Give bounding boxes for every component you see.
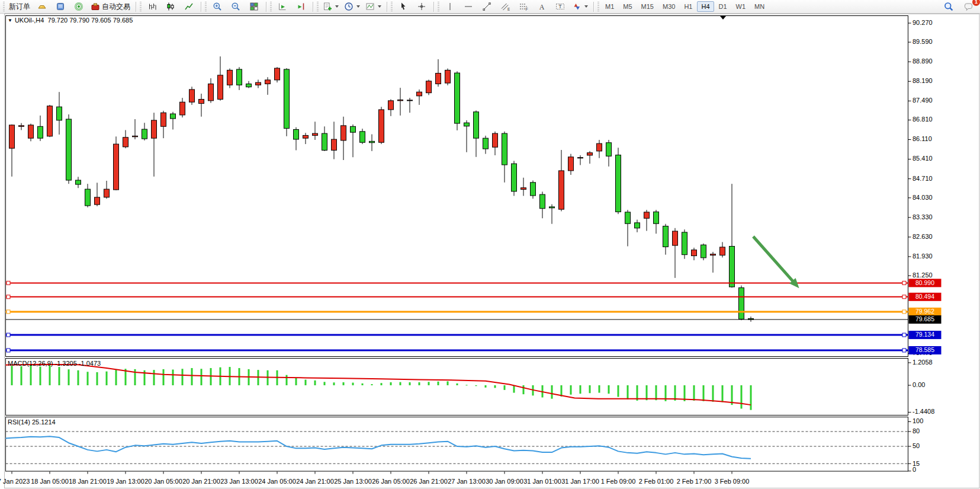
macd-bar <box>551 385 553 399</box>
svg-text:26 Jan 05:00: 26 Jan 05:00 <box>372 478 410 485</box>
candle-body <box>19 126 24 126</box>
candle-body <box>313 133 318 135</box>
candle-body <box>521 188 526 190</box>
macd-bar <box>333 382 335 385</box>
macd-bar <box>428 382 430 385</box>
svg-text:25 Jan 13:00: 25 Jan 13:00 <box>334 478 372 485</box>
svg-text:79.962: 79.962 <box>915 308 934 315</box>
macd-bar <box>457 383 458 385</box>
candle-body <box>407 100 413 101</box>
candle-body <box>322 133 327 150</box>
macd-bar <box>419 382 420 385</box>
hline-handle <box>902 333 906 337</box>
svg-text:80.990: 80.990 <box>915 279 934 286</box>
candle-body <box>66 119 72 180</box>
candle-body <box>512 164 517 191</box>
svg-text:81.930: 81.930 <box>912 253 933 260</box>
svg-text:80: 80 <box>912 427 920 434</box>
candle-body <box>388 101 394 110</box>
macd-bar <box>172 369 174 385</box>
candle-body <box>445 70 451 83</box>
macd-bar <box>674 385 676 401</box>
svg-text:20 Jan 21:00: 20 Jan 21:00 <box>182 478 220 485</box>
macd-bar <box>371 384 373 385</box>
candle-body <box>351 126 356 132</box>
candle-body <box>426 81 432 93</box>
candle-body <box>152 120 157 138</box>
rsi-panel <box>6 417 908 472</box>
svg-text:80.494: 80.494 <box>915 293 934 300</box>
macd-bar <box>589 385 591 393</box>
candle-body <box>654 212 659 223</box>
macd-bar <box>409 382 411 385</box>
candle-body <box>663 226 669 247</box>
macd-bar <box>286 375 288 385</box>
candle-body <box>682 232 687 255</box>
macd-bar <box>59 367 60 385</box>
macd-bar <box>106 372 108 385</box>
candle-body <box>559 171 564 209</box>
svg-text:18 Jan 05:00: 18 Jan 05:00 <box>31 478 69 485</box>
macd-bar <box>78 370 79 385</box>
candle-body <box>436 73 441 84</box>
candle-body <box>189 90 195 102</box>
macd-bar <box>485 385 487 388</box>
macd-bar <box>599 385 600 393</box>
candle-body <box>616 155 621 212</box>
candle-body <box>57 107 62 120</box>
macd-panel <box>6 359 908 416</box>
candle-body <box>256 82 261 85</box>
macd-bar <box>693 385 695 401</box>
macd-bar <box>608 385 610 394</box>
macd-bar <box>11 366 13 385</box>
hline-handle <box>902 310 906 314</box>
macd-bar <box>68 369 70 385</box>
macd-bar <box>390 382 392 385</box>
mt4-window: 新订单自动交易EFATM1M5M15M30H1H4D1W1MN1 90.2708… <box>0 0 980 489</box>
hline-handle <box>7 310 10 314</box>
svg-text:88.890: 88.890 <box>912 57 933 65</box>
macd-indicator-label: MACD(12,26,9) -1.3205 -1.0473 <box>8 360 101 367</box>
svg-text:27 Jan 13:00: 27 Jan 13:00 <box>448 478 486 485</box>
svg-text:0: 0 <box>912 466 916 473</box>
macd-bar <box>2 366 4 385</box>
macd-bar <box>466 385 468 385</box>
macd-bar <box>30 366 32 385</box>
macd-bar <box>523 385 525 394</box>
svg-text:84.030: 84.030 <box>912 194 933 201</box>
macd-bar <box>362 383 364 385</box>
macd-bar <box>381 383 383 385</box>
macd-bar <box>163 369 165 385</box>
candle-body <box>142 129 147 139</box>
macd-bar <box>646 385 648 400</box>
rsi-indicator-label: RSI(14) 25.1214 <box>8 418 56 426</box>
macd-bar <box>191 368 193 385</box>
candle-body <box>635 223 640 228</box>
svg-text:23 Jan 13:00: 23 Jan 13:00 <box>220 478 258 485</box>
macd-bar <box>87 372 89 385</box>
candle-body <box>692 250 697 256</box>
symbol-collapse-icon[interactable]: ▼ <box>8 18 12 23</box>
macd-bar <box>475 385 477 386</box>
chart-canvas[interactable]: 90.27089.59088.89088.19087.49086.81086.1… <box>0 0 980 489</box>
candle-body <box>587 153 593 155</box>
macd-bar <box>305 380 307 385</box>
candle-body <box>104 189 110 197</box>
macd-bar <box>153 370 155 385</box>
svg-text:86.810: 86.810 <box>912 116 933 123</box>
candle-body <box>38 126 43 138</box>
macd-bar <box>295 378 297 385</box>
symbol-ohlc-text: UKOil-,H4 79.720 79.790 79.605 79.685 <box>15 17 133 24</box>
hline-handle <box>7 333 10 337</box>
hline-handle <box>902 295 906 299</box>
candle-body <box>28 125 34 138</box>
candle-body <box>171 114 176 119</box>
main-chart-panel <box>6 16 908 357</box>
candle-body <box>47 106 53 136</box>
candle-body <box>123 138 128 147</box>
svg-text:83.330: 83.330 <box>912 213 933 220</box>
svg-text:2 Feb 01:00: 2 Feb 01:00 <box>639 478 674 485</box>
hline-handle <box>7 295 10 299</box>
macd-bar <box>627 385 629 399</box>
svg-text:87.490: 87.490 <box>912 97 933 104</box>
